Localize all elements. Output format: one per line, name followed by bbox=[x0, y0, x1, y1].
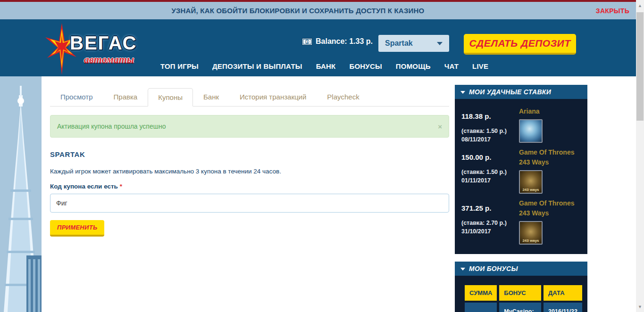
content-area: Просмотр Правка Купоны Банк История тран… bbox=[42, 76, 636, 312]
table-row: 4.00 р. MyCasino: Community Coupon 2016/… bbox=[465, 303, 582, 312]
bet-stake: (ставка: 2.70 р.) bbox=[461, 220, 519, 226]
promo-banner: УЗНАЙ, КАК ОБОЙТИ БЛОКИРОВКИ И СОХРАНИТЬ… bbox=[0, 2, 636, 19]
list-item: 150.00 р. (ставка: 1.50 р.) 01/11/2017 G… bbox=[461, 148, 581, 194]
site-header: ВЕГАС автоматы 1 Balance: 1.33 р. Sparta… bbox=[0, 19, 644, 76]
bet-win-amount: 118.38 р. bbox=[461, 112, 519, 120]
bonuses-panel: МОИ БОНУСЫ СУММА БОНУС ДАТА bbox=[455, 262, 587, 312]
scroll-up-arrow-icon[interactable]: ▲ bbox=[636, 2, 644, 10]
account-tabs: Просмотр Правка Купоны Банк История тран… bbox=[50, 88, 449, 107]
scrollbar-thumb[interactable] bbox=[636, 12, 644, 121]
thumbnail-caption: 243 ways bbox=[520, 238, 542, 243]
nav-item-bank[interactable]: БАНК bbox=[316, 62, 336, 70]
bet-details: 150.00 р. (ставка: 1.50 р.) 01/11/2017 bbox=[461, 148, 519, 194]
make-deposit-button[interactable]: СДЕЛАТЬ ДЕПОЗИТ bbox=[464, 34, 576, 55]
game-title-link[interactable]: Ariana bbox=[519, 107, 581, 116]
nav-item-bonuses[interactable]: БОНУСЫ bbox=[349, 62, 382, 70]
column-header-sum: СУММА bbox=[465, 285, 497, 301]
balance-display: 1 Balance: 1.33 р. bbox=[302, 37, 373, 46]
banknote-icon: 1 bbox=[302, 38, 312, 45]
coupon-section: Просмотр Правка Купоны Банк История тран… bbox=[50, 88, 449, 237]
bonuses-header[interactable]: МОИ БОНУСЫ bbox=[455, 262, 587, 276]
logo-subtitle: автоматы bbox=[84, 53, 134, 66]
coupon-code-label: Код купона если есть * bbox=[50, 183, 449, 190]
bet-win-amount: 371.25 р. bbox=[461, 204, 519, 212]
coupon-rules-text: Каждый игрок может активировать максимал… bbox=[50, 168, 449, 175]
bonus-date-cell: 2016/11/22 06:39:18 AM bbox=[544, 303, 582, 312]
bet-game: Game Of Thrones 243 Ways 243 ways bbox=[519, 148, 581, 194]
bet-date: 01/11/2017 bbox=[461, 177, 519, 184]
left-background-tower-image bbox=[0, 76, 42, 312]
bet-game: Ariana bbox=[519, 107, 581, 143]
alert-close-icon[interactable]: × bbox=[438, 123, 442, 131]
promo-close-button[interactable]: ЗАКРЫТЬ bbox=[596, 7, 629, 15]
nav-item-top-games[interactable]: ТОП ИГРЫ bbox=[160, 62, 199, 70]
collapse-caret-icon bbox=[460, 268, 465, 271]
column-header-bonus: БОНУС bbox=[499, 285, 541, 301]
bet-date: 08/11/2017 bbox=[461, 136, 519, 143]
column-header-date: ДАТА bbox=[544, 285, 582, 301]
vegas-logo[interactable]: ВЕГАС автоматы bbox=[47, 26, 146, 71]
game-thumbnail-game-of-thrones[interactable]: 243 ways bbox=[519, 170, 543, 194]
svg-text:1: 1 bbox=[306, 40, 308, 43]
bet-game: Game Of Thrones 243 Ways 243 ways bbox=[519, 198, 581, 245]
bonuses-title: МОИ БОНУСЫ bbox=[469, 265, 518, 272]
coupon-code-label-text: Код купона если есть bbox=[50, 183, 120, 190]
account-selector[interactable]: Spartak bbox=[378, 35, 449, 52]
page-title: SPARTAK bbox=[50, 150, 449, 158]
table-header-row: СУММА БОНУС ДАТА bbox=[465, 285, 582, 301]
bet-win-amount: 150.00 р. bbox=[461, 153, 519, 161]
bet-date: 31/10/2017 bbox=[461, 228, 519, 235]
nav-item-chat[interactable]: ЧАТ bbox=[444, 62, 459, 70]
tab-edit[interactable]: Правка bbox=[103, 88, 148, 106]
game-thumbnail-ariana[interactable] bbox=[519, 119, 543, 143]
coupon-code-input[interactable] bbox=[50, 194, 449, 213]
apply-button[interactable]: ПРИМЕНИТЬ bbox=[50, 220, 104, 237]
list-item: 118.38 р. (ставка: 1.50 р.) 08/11/2017 A… bbox=[461, 107, 581, 143]
sidebar: МОИ УДАЧНЫЕ СТАВКИ 118.38 р. (ставка: 1.… bbox=[455, 85, 587, 312]
lucky-bets-panel: МОИ УДАЧНЫЕ СТАВКИ 118.38 р. (ставка: 1.… bbox=[455, 85, 587, 254]
tab-transaction-history[interactable]: История транзакций bbox=[229, 88, 317, 106]
tab-bank[interactable]: Банк bbox=[193, 88, 229, 106]
lucky-bets-body: 118.38 р. (ставка: 1.50 р.) 08/11/2017 A… bbox=[455, 99, 587, 254]
nav-item-deposits-payouts[interactable]: ДЕПОЗИТЫ И ВЫПЛАТЫ bbox=[212, 62, 302, 70]
collapse-caret-icon bbox=[460, 91, 465, 94]
game-title-link[interactable]: Game Of Thrones 243 Ways bbox=[519, 148, 581, 167]
required-asterisk: * bbox=[120, 183, 122, 190]
success-alert-message: Активация купона прошла успешно bbox=[57, 123, 438, 130]
bonus-name-cell: MyCasino: Community Coupon bbox=[499, 303, 541, 312]
lucky-bets-title: МОИ УДАЧНЫЕ СТАВКИ bbox=[469, 88, 551, 96]
game-title-link[interactable]: Game Of Thrones 243 Ways bbox=[519, 198, 581, 218]
tab-playcheck[interactable]: Playcheck bbox=[317, 88, 369, 106]
tab-view[interactable]: Просмотр bbox=[50, 88, 103, 106]
nav-item-help[interactable]: ПОМОЩЬ bbox=[396, 62, 431, 70]
bet-details: 118.38 р. (ставка: 1.50 р.) 08/11/2017 bbox=[461, 107, 519, 143]
bonuses-body: СУММА БОНУС ДАТА 4.00 р. MyCasino: Commu… bbox=[455, 276, 587, 312]
bonus-sum-cell: 4.00 р. bbox=[465, 303, 497, 312]
tab-coupons[interactable]: Купоны bbox=[148, 88, 193, 107]
bonuses-table: СУММА БОНУС ДАТА 4.00 р. MyCasino: Commu… bbox=[462, 283, 585, 312]
promo-banner-message: УЗНАЙ, КАК ОБОЙТИ БЛОКИРОВКИ И СОХРАНИТЬ… bbox=[0, 7, 596, 15]
game-thumbnail-game-of-thrones[interactable]: 243 ways bbox=[519, 221, 543, 245]
chevron-down-icon bbox=[437, 42, 443, 45]
list-item: 371.25 р. (ставка: 2.70 р.) 31/10/2017 G… bbox=[461, 198, 581, 245]
success-alert: Активация купона прошла успешно × bbox=[50, 115, 449, 138]
logo-title: ВЕГАС bbox=[70, 33, 137, 54]
page: УЗНАЙ, КАК ОБОЙТИ БЛОКИРОВКИ И СОХРАНИТЬ… bbox=[0, 0, 644, 312]
bet-stake: (ставка: 1.50 р.) bbox=[461, 128, 519, 134]
bet-details: 371.25 р. (ставка: 2.70 р.) 31/10/2017 bbox=[461, 198, 519, 245]
bet-stake: (ставка: 1.50 р.) bbox=[461, 169, 519, 175]
scroll-down-arrow-icon[interactable]: ▼ bbox=[636, 303, 644, 311]
thumbnail-caption: 243 ways bbox=[520, 188, 542, 192]
main-navigation: ТОП ИГРЫ ДЕПОЗИТЫ И ВЫПЛАТЫ БАНК БОНУСЫ … bbox=[160, 62, 488, 70]
vertical-scrollbar[interactable]: ▲ ▼ bbox=[636, 0, 644, 312]
account-selected-value: Spartak bbox=[385, 39, 413, 48]
balance-label: Balance: 1.33 р. bbox=[316, 37, 373, 46]
nav-item-live[interactable]: LIVE bbox=[472, 62, 488, 70]
lucky-bets-header[interactable]: МОИ УДАЧНЫЕ СТАВКИ bbox=[455, 85, 587, 99]
